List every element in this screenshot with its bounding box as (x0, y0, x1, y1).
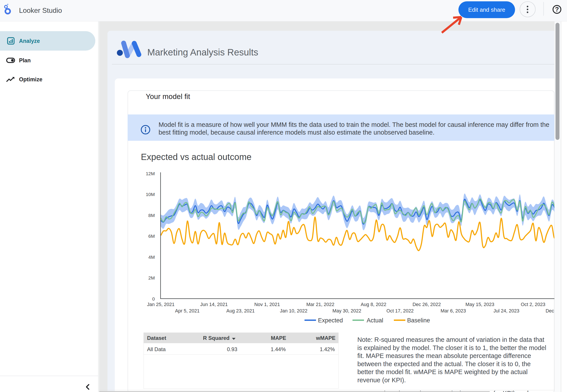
svg-text:?: ? (555, 6, 559, 13)
